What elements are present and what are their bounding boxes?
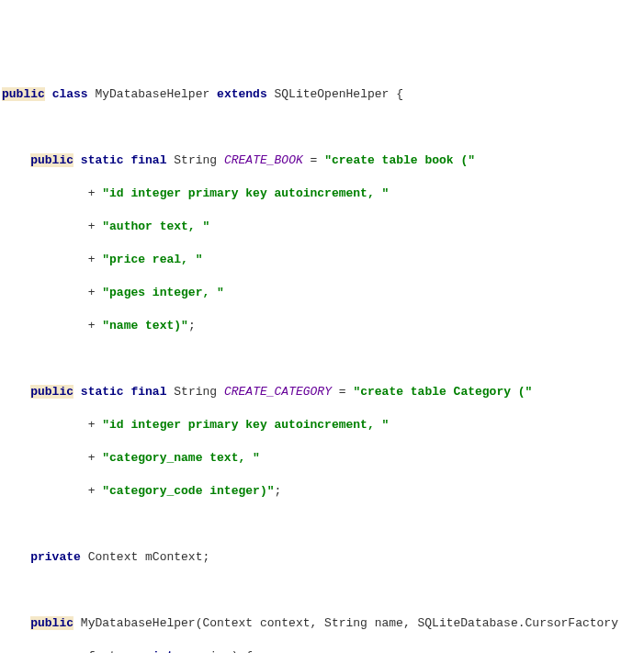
code-line: + "id integer primary key autoincrement,… (2, 186, 642, 202)
string-literal: "price real, " (102, 253, 202, 266)
keyword-public: public (2, 87, 45, 101)
constant-name: CREATE_CATEGORY (224, 385, 332, 399)
blank-line (2, 582, 642, 599)
constructor-sig: factory, (88, 649, 145, 653)
keyword-private: private (30, 550, 81, 564)
brace: { (396, 87, 403, 101)
equals: = (311, 153, 318, 167)
plus-op: + (88, 418, 96, 432)
type: Context (88, 550, 139, 564)
blank-line (2, 516, 642, 533)
type: String (174, 385, 217, 399)
type: String (174, 153, 217, 167)
plus-op: + (88, 253, 96, 266)
code-line: + "author text, " (2, 219, 642, 235)
field-name: mContext; (145, 550, 209, 564)
string-literal: "create table Category (" (353, 385, 532, 399)
code-line: + "id integer primary key autoincrement,… (2, 417, 642, 433)
semicolon: ; (274, 484, 281, 498)
string-literal: "pages integer, " (102, 286, 224, 299)
blank-line (2, 119, 642, 136)
keyword-extends: extends (217, 87, 267, 101)
keyword-int: int (153, 649, 174, 653)
equals: = (339, 385, 346, 399)
code-line: public static final String CREATE_CATEGO… (2, 384, 642, 400)
string-literal: "id integer primary key autoincrement, " (102, 186, 389, 200)
constructor-sig: MyDatabaseHelper(Context context, String… (81, 616, 618, 630)
code-line: public MyDatabaseHelper(Context context,… (2, 615, 642, 632)
code-line: + "pages integer, " (2, 285, 642, 301)
plus-op: + (88, 484, 96, 498)
plus-op: + (88, 319, 96, 332)
keyword-static: static (81, 385, 124, 399)
class-name: MyDatabaseHelper (95, 87, 209, 101)
string-literal: "category_name text, " (102, 451, 260, 465)
plus-op: + (88, 220, 96, 233)
code-line: + "category_name text, " (2, 450, 642, 467)
code-line: + "category_code integer)"; (2, 483, 642, 500)
code-line: + "price real, " (2, 252, 642, 268)
string-literal: "author text, " (102, 220, 209, 233)
code-block: public class MyDatabaseHelper extends SQ… (2, 70, 642, 653)
constant-name: CREATE_BOOK (224, 153, 303, 167)
code-line: private Context mContext; (2, 549, 642, 566)
plus-op: + (88, 286, 96, 299)
constructor-rest: version) { (181, 649, 253, 653)
string-literal: "create table book (" (324, 153, 475, 167)
string-literal: "id integer primary key autoincrement, " (102, 418, 389, 432)
keyword-public: public (30, 153, 73, 167)
string-literal: "name text)" (102, 319, 188, 332)
keyword-final: final (130, 385, 166, 399)
plus-op: + (88, 186, 96, 200)
code-line: factory, int version) { (2, 648, 642, 653)
plus-op: + (88, 451, 96, 465)
keyword-public: public (30, 385, 73, 399)
code-line: + "name text)"; (2, 318, 642, 334)
blank-line (2, 351, 642, 367)
semicolon: ; (188, 319, 196, 332)
keyword-class: class (52, 87, 88, 101)
string-literal: "category_code integer)" (102, 484, 274, 498)
parent-class: SQLiteOpenHelper (275, 87, 390, 101)
keyword-final: final (130, 153, 166, 167)
code-line: public class MyDatabaseHelper extends SQ… (2, 86, 642, 103)
keyword-public: public (30, 616, 73, 630)
keyword-static: static (81, 153, 124, 167)
code-line: public static final String CREATE_BOOK =… (2, 152, 642, 169)
